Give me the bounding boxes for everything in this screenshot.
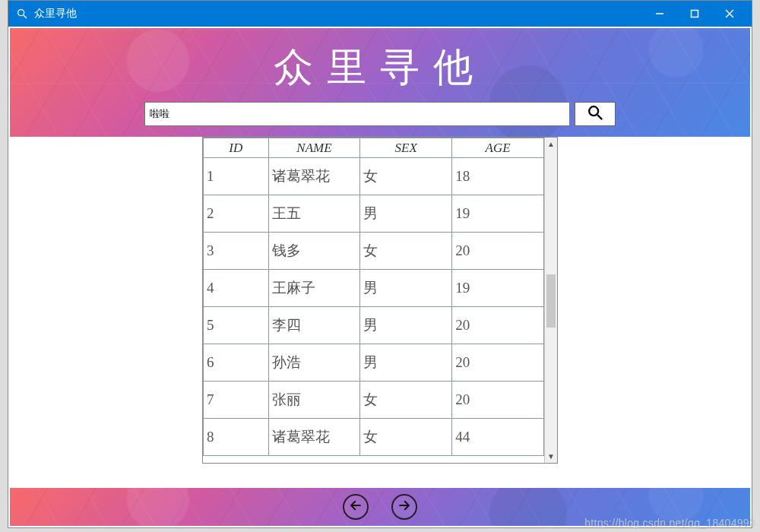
cell-sex: 女 [360, 233, 452, 270]
results-table-scroll[interactable]: ID NAME SEX AGE 1诸葛翠花女182王五男193钱多女204王麻子… [203, 138, 544, 463]
table-row[interactable]: 7张丽女20 [204, 382, 544, 419]
search-icon [587, 104, 603, 124]
cell-name: 诸葛翠花 [268, 158, 360, 195]
col-header-id: ID [204, 138, 269, 158]
header: 众里寻他 [8, 27, 752, 137]
cell-id: 2 [204, 195, 269, 233]
results-table-wrap: ID NAME SEX AGE 1诸葛翠花女182王五男193钱多女204王麻子… [202, 137, 558, 464]
table-row[interactable]: 6孙浩男20 [204, 344, 544, 382]
cell-name: 王五 [268, 195, 360, 233]
watermark: https://blog.csdn.net/qq_18404993 [584, 517, 755, 529]
cell-id: 7 [204, 382, 269, 419]
cell-sex: 女 [360, 419, 452, 456]
svg-line-7 [597, 115, 602, 119]
cell-age: 19 [452, 270, 544, 307]
table-scrollbar[interactable]: ▲ ▼ [544, 138, 557, 463]
window-title: 众里寻他 [34, 7, 642, 21]
app-window: 众里寻他 众里寻他 [8, 0, 752, 528]
cell-sex: 男 [360, 270, 452, 307]
cell-name: 李四 [268, 307, 360, 344]
cell-id: 6 [204, 344, 269, 382]
svg-point-0 [18, 10, 24, 16]
scroll-thumb[interactable] [546, 274, 556, 328]
table-header-row: ID NAME SEX AGE [204, 138, 544, 158]
cell-name: 王麻子 [268, 270, 360, 307]
table-row[interactable]: 2王五男19 [204, 195, 544, 233]
arrow-right-icon [397, 499, 411, 515]
cell-id: 1 [204, 158, 269, 195]
cell-name: 张丽 [268, 382, 360, 419]
col-header-name: NAME [268, 138, 360, 158]
search-bar [144, 102, 616, 126]
search-input[interactable] [144, 102, 570, 126]
cell-sex: 男 [360, 195, 452, 233]
results-table: ID NAME SEX AGE 1诸葛翠花女182王五男193钱多女204王麻子… [203, 138, 544, 456]
table-row[interactable]: 8诸葛翠花女44 [204, 419, 544, 456]
table-row[interactable]: 5李四男20 [204, 307, 544, 344]
cell-sex: 男 [360, 344, 452, 382]
titlebar: 众里寻他 [8, 1, 752, 27]
svg-point-6 [589, 106, 598, 116]
cell-id: 3 [204, 233, 269, 270]
cell-age: 18 [452, 158, 544, 195]
scroll-up-icon[interactable]: ▲ [545, 138, 557, 150]
search-button[interactable] [575, 102, 616, 126]
cell-sex: 女 [360, 382, 452, 419]
cell-age: 20 [452, 382, 544, 419]
cell-age: 44 [452, 419, 544, 456]
cell-sex: 男 [360, 307, 452, 344]
col-header-age: AGE [452, 138, 544, 158]
cell-age: 20 [452, 307, 544, 344]
app-title: 众里寻他 [274, 41, 486, 94]
cell-name: 诸葛翠花 [268, 419, 360, 456]
cell-id: 8 [204, 419, 269, 456]
cell-id: 5 [204, 307, 269, 344]
arrow-left-icon [349, 499, 363, 515]
svg-line-1 [24, 15, 27, 18]
cell-age: 20 [452, 233, 544, 270]
close-button[interactable] [712, 1, 747, 27]
cell-age: 20 [452, 344, 544, 382]
table-row[interactable]: 3钱多女20 [204, 233, 544, 270]
app-icon [16, 8, 28, 20]
col-header-sex: SEX [360, 138, 452, 158]
cell-age: 19 [452, 195, 544, 233]
next-page-button[interactable] [391, 494, 417, 520]
svg-rect-3 [692, 11, 698, 17]
content-area: ID NAME SEX AGE 1诸葛翠花女182王五男193钱多女204王麻子… [8, 137, 752, 488]
table-row[interactable]: 1诸葛翠花女18 [204, 158, 544, 195]
table-row[interactable]: 4王麻子男19 [204, 270, 544, 307]
prev-page-button[interactable] [343, 494, 369, 520]
minimize-button[interactable] [642, 1, 677, 27]
cell-sex: 女 [360, 158, 452, 195]
scroll-down-icon[interactable]: ▼ [545, 450, 557, 463]
cell-name: 孙浩 [268, 344, 360, 382]
maximize-button[interactable] [677, 1, 712, 27]
cell-id: 4 [204, 270, 269, 307]
cell-name: 钱多 [268, 233, 360, 270]
